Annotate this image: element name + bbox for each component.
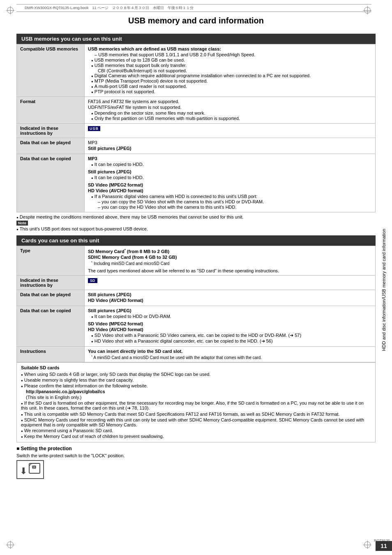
usb-main-desc: USB memories which are defined as USB ma… [88, 46, 372, 51]
label-type: Type [17, 246, 85, 276]
svg-rect-5 [35, 466, 36, 468]
setting-protection-title: ■ Setting the protection [16, 446, 376, 451]
table-row: Type SD Memory Card* (from 8 MB to 2 GB)… [17, 246, 376, 276]
suitable-cards-box: Suitable SD cards ●When using SD cards 4… [16, 362, 376, 442]
table-row: Format FAT16 and FAT32 file systems are … [17, 97, 376, 124]
label-data-played-usb: Data that can be played [17, 138, 85, 154]
usb-note-section: ●Despite meeting the conditions mentione… [16, 214, 376, 231]
content-indicated-cards: SD [85, 275, 376, 290]
page-title: USB memory and card information [16, 16, 376, 28]
table-row: Indicated in theseinstructions by USB [17, 124, 376, 138]
content-data-copied-usb: MP3 It can be copied to HDD. Still pictu… [85, 154, 376, 212]
label-format: Format [17, 97, 85, 124]
corner-mark-top-left [6, 6, 14, 14]
label-instructions: Instructions [17, 346, 85, 362]
label-indicated-usb: Indicated in theseinstructions by [17, 124, 85, 138]
sd-badge: SD [88, 278, 97, 283]
table-row: Data that can be copied MP3 It can be co… [17, 154, 376, 212]
cards-section-header: Cards you can use on this unit [16, 235, 376, 246]
corner-mark-bottom-right [363, 541, 371, 549]
label-indicated-cards: Indicated in theseinstructions by [17, 275, 85, 290]
sidebar-text: HDD and disc information/USB memory and … [381, 229, 386, 351]
table-row: Data that can be played Still pictures (… [17, 290, 376, 306]
corner-mark-top-right [363, 6, 371, 14]
content-format: FAT16 and FAT32 file systems are support… [85, 97, 376, 124]
header-breadcrumb: DMR-XW300GX-RQT9135-L.eng.book 11 ページ ２０… [16, 4, 371, 12]
cards-info-table: Type SD Memory Card* (from 8 MB to 2 GB)… [16, 246, 376, 362]
usb-badge: USB [88, 126, 100, 131]
lock-arrow-icon: ⬇ [20, 466, 27, 476]
label-data-copied-usb: Data that can be copied [17, 154, 85, 212]
label-data-copied-cards: Data that can be copied [17, 306, 85, 346]
content-data-played-cards: Still pictures (JPEG) HD Video (AVCHD fo… [85, 290, 376, 306]
svg-rect-3 [33, 466, 34, 468]
content-indicated-usb: USB [85, 124, 376, 138]
content-compatible-usb: USB memories which are defined as USB ma… [85, 44, 376, 97]
setting-protection-desc: Switch the write-protect switch to the "… [16, 453, 376, 458]
content-data-copied-cards: Still pictures (JPEG) It can be copied t… [85, 306, 376, 346]
table-row: Instructions You can insert directly int… [17, 346, 376, 362]
usb-info-table: Compatible USB memories USB memories whi… [16, 44, 376, 212]
label-data-played-cards: Data that can be played [17, 290, 85, 306]
svg-rect-4 [34, 466, 35, 468]
suitable-cards-title: Suitable SD cards [21, 365, 371, 370]
usb-section-header: USB memories you can use on this unit [16, 34, 376, 44]
setting-protection-section: ■ Setting the protection Switch the writ… [16, 446, 376, 479]
table-row: Compatible USB memories USB memories whi… [17, 44, 376, 97]
content-data-played-usb: MP3 Still pictures (JPEG) [85, 138, 376, 154]
lock-icon-box: ⬇ [16, 460, 44, 479]
note-label: Note [16, 221, 28, 226]
corner-mark-bottom-left [6, 541, 14, 549]
table-row: Data that can be copied Still pictures (… [17, 306, 376, 346]
right-sidebar: HDD and disc information/USB memory and … [376, 41, 392, 539]
page-number-box: 11 [376, 541, 392, 551]
sd-card-icon [28, 463, 41, 474]
page-container: DMR-XW300GX-RQT9135-L.eng.book 11 ページ ２０… [0, 0, 392, 555]
table-row: Indicated in theseinstructions by SD [17, 275, 376, 290]
label-compatible-usb: Compatible USB memories [17, 44, 85, 97]
content-instructions: You can insert directly into the SD card… [85, 346, 376, 362]
table-row: Data that can be played MP3 Still pictur… [17, 138, 376, 154]
content-type: SD Memory Card* (from 8 MB to 2 GB) SDHC… [85, 246, 376, 276]
